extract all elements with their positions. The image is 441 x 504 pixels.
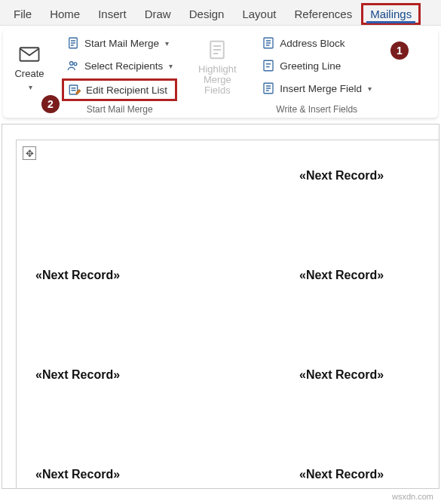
chevron-down-icon: ▾ [29,83,32,91]
chevron-down-icon: ▾ [368,85,372,93]
label-cell[interactable]: «Next Record» [35,364,299,463]
greeting-icon [262,59,275,72]
label-grid: «Next Record» «Next Record» «Next Record… [35,164,439,489]
tab-design[interactable]: Design [180,3,234,25]
tab-insert[interactable]: Insert [89,3,136,25]
annotation-badge-2: 2 [41,95,60,113]
tab-references[interactable]: References [285,3,361,25]
chevron-down-icon: ▾ [165,39,169,48]
label-cell[interactable]: «Next Record» [299,164,439,264]
tab-home[interactable]: Home [41,3,89,25]
svg-point-3 [74,63,77,66]
group-start-mail-merge-label: Start Mail Merge [62,104,177,115]
label-cell[interactable]: «Next Record» [35,463,299,489]
label-cell[interactable]: «Next Record» [299,264,439,364]
document-page[interactable]: ✥ «Next Record» «Next Record» «Next Reco… [16,140,439,489]
tab-bar: File Home Insert Draw Design Layout Refe… [0,0,441,26]
address-icon [262,36,275,50]
ribbon: Create ▾ Start Mail Merge ▾ Select Recip… [3,29,438,118]
annotation-badge-1: 1 [390,41,409,60]
select-recipients-button[interactable]: Select Recipients ▾ [62,56,177,75]
address-block-label: Address Block [280,38,345,49]
group-write-insert-label: Write & Insert Fields [257,104,376,115]
highlight-label-1: Highlight [198,63,237,75]
tab-layout[interactable]: Layout [233,3,285,25]
tab-draw[interactable]: Draw [136,3,180,25]
group-write-insert: Address Block Greeting Line Insert Merge… [257,33,376,115]
greeting-line-button[interactable]: Greeting Line [257,56,376,75]
document-icon [66,36,80,50]
insert-merge-field-button[interactable]: Insert Merge Field ▾ [257,78,376,98]
address-block-button[interactable]: Address Block [257,33,376,53]
start-mail-merge-label: Start Mail Merge [84,38,159,49]
edit-recipient-list-label: Edit Recipient List [86,85,167,96]
start-mail-merge-button[interactable]: Start Mail Merge ▾ [62,33,177,53]
group-start-mail-merge: Start Mail Merge ▾ Select Recipients ▾ E… [62,33,177,115]
insert-merge-field-label: Insert Merge Field [280,83,362,94]
tab-file[interactable]: File [5,3,41,25]
label-cell[interactable]: «Next Record» [299,463,439,489]
tab-mailings[interactable]: Mailings [361,3,421,25]
edit-recipient-list-button[interactable]: Edit Recipient List [62,78,177,101]
envelope-icon [18,43,41,66]
group-highlight: Highlight Merge Fields [191,33,243,115]
create-button[interactable]: Create ▾ [11,33,48,101]
label-cell[interactable]: «Next Record» [35,264,299,364]
insert-field-icon [262,81,275,95]
group-highlight-label [191,104,243,115]
svg-rect-0 [20,48,39,62]
highlight-icon [206,38,228,61]
edit-list-icon [68,83,81,97]
highlight-merge-fields-button: Highlight Merge Fields [191,33,243,101]
select-recipients-label: Select Recipients [84,60,163,72]
greeting-line-label: Greeting Line [280,60,341,72]
document-area: ✥ «Next Record» «Next Record» «Next Reco… [2,124,439,489]
people-icon [66,59,80,72]
create-label: Create [14,69,44,79]
label-cell[interactable]: «Next Record» [299,364,439,463]
label-cell[interactable] [35,164,299,264]
svg-rect-7 [264,60,273,71]
svg-point-2 [70,62,74,66]
chevron-down-icon: ▾ [169,62,173,70]
highlight-label-2: Merge Fields [204,74,231,96]
watermark: wsxdn.com [392,492,433,501]
